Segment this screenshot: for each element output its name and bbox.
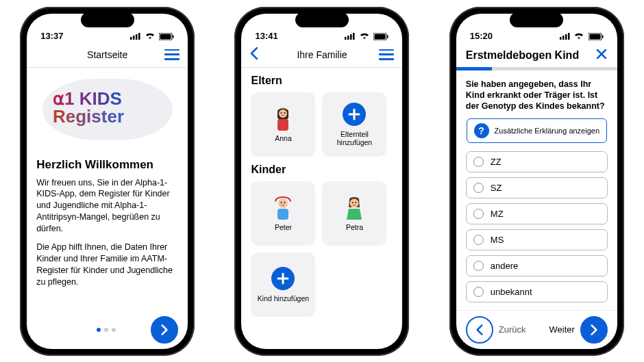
family-member-name: Petra xyxy=(346,223,363,231)
svg-rect-12 xyxy=(353,33,355,40)
status-indicators xyxy=(558,31,604,41)
avatar-boy-icon xyxy=(271,195,295,220)
svg-point-19 xyxy=(284,112,286,114)
nav-title: Ihre Familie xyxy=(297,49,347,60)
arrow-right-icon xyxy=(580,316,608,344)
welcome-paragraph-2: Die App hilft Ihnen, die Daten Ihrer Kin… xyxy=(36,242,178,288)
svg-rect-9 xyxy=(345,37,347,40)
option-label: andere xyxy=(491,261,518,271)
svg-rect-15 xyxy=(387,35,388,38)
svg-rect-3 xyxy=(138,33,140,40)
svg-rect-5 xyxy=(160,34,171,39)
add-parent-button[interactable]: Elternteil hinzufügen xyxy=(322,92,386,157)
back-button[interactable]: Zurück xyxy=(466,316,526,344)
radio-icon xyxy=(473,235,484,245)
radio-icon xyxy=(473,157,484,167)
add-parent-label: Elternteil hinzufügen xyxy=(322,130,386,146)
section-heading-parents: Eltern xyxy=(251,75,393,87)
parents-grid: Anna Elternteil hinzufügen xyxy=(251,92,393,157)
logo-line1: ⍺1 KIDS Register xyxy=(53,88,162,131)
genotype-option[interactable]: MZ xyxy=(466,203,608,224)
option-label: MS xyxy=(491,235,504,245)
plus-icon xyxy=(271,267,295,290)
radio-icon xyxy=(473,209,484,219)
svg-point-25 xyxy=(350,198,359,207)
menu-icon[interactable] xyxy=(379,49,394,60)
svg-rect-28 xyxy=(560,37,562,40)
svg-rect-30 xyxy=(565,34,567,40)
close-icon[interactable] xyxy=(595,48,608,63)
options-list: ZZSZMZMSandereunbekannt xyxy=(466,151,608,307)
svg-point-27 xyxy=(356,202,357,203)
question-mark-icon: ? xyxy=(474,123,489,138)
phone-erstmeldebogen: 15:20 Erstmeldebogen Kind Sie haben ange… xyxy=(449,7,624,356)
genotype-option[interactable]: MS xyxy=(466,229,608,250)
genotype-option[interactable]: ZZ xyxy=(466,151,608,172)
family-member-name: Anna xyxy=(275,134,292,142)
app-logo: ⍺1 KIDS Register xyxy=(36,79,178,140)
svg-rect-33 xyxy=(589,34,600,39)
family-member-card[interactable]: Petra xyxy=(322,181,386,246)
next-label: Weiter xyxy=(549,324,574,335)
section-heading-children: Kinder xyxy=(251,164,393,176)
genotype-option[interactable]: SZ xyxy=(466,177,608,198)
avatar-girl-icon xyxy=(342,195,367,220)
progress-fill xyxy=(456,67,492,70)
welcome-heading: Herzlich Willkommen xyxy=(36,158,178,172)
next-button[interactable]: Weiter xyxy=(549,316,607,344)
svg-point-17 xyxy=(279,109,287,118)
family-member-card[interactable]: Anna xyxy=(251,92,315,157)
family-member-card[interactable]: Peter xyxy=(251,181,315,246)
page-indicator xyxy=(61,328,151,332)
page-dot xyxy=(97,328,101,332)
svg-rect-10 xyxy=(347,36,349,40)
svg-text:Register: Register xyxy=(53,106,124,127)
add-child-label: Kind hinzufügen xyxy=(258,294,309,302)
svg-rect-34 xyxy=(602,35,604,38)
status-clock: 13:41 xyxy=(255,31,277,41)
option-label: ZZ xyxy=(491,157,501,167)
svg-rect-29 xyxy=(562,36,565,40)
dynamic-island xyxy=(295,12,349,27)
svg-rect-14 xyxy=(375,34,386,39)
dynamic-island xyxy=(510,12,563,27)
svg-point-21 xyxy=(278,198,288,208)
svg-point-26 xyxy=(352,202,354,203)
back-button[interactable] xyxy=(249,47,259,63)
hint-label: Zusätzliche Erklärung anzeigen xyxy=(495,127,599,135)
nav-bar: Startseite xyxy=(27,42,188,68)
welcome-paragraph-1: Wir freuen uns, Sie in der Alpha-1-KIDS-… xyxy=(36,177,178,235)
svg-rect-20 xyxy=(277,119,288,131)
radio-icon xyxy=(473,287,484,297)
dynamic-island xyxy=(81,12,134,27)
option-label: unbekannt xyxy=(491,287,532,297)
svg-rect-11 xyxy=(350,34,352,40)
svg-point-22 xyxy=(281,202,282,203)
radio-icon xyxy=(473,183,484,193)
option-label: MZ xyxy=(491,209,504,219)
page-dot xyxy=(104,328,108,332)
family-member-name: Peter xyxy=(275,223,292,231)
svg-rect-31 xyxy=(568,33,570,40)
svg-rect-24 xyxy=(277,209,288,220)
status-indicators xyxy=(343,31,388,41)
nav-title: Startseite xyxy=(87,49,127,60)
svg-rect-1 xyxy=(133,36,135,40)
phone-startseite: 13:37 Startseite xyxy=(20,7,195,356)
radio-icon xyxy=(473,261,484,271)
page-dot xyxy=(112,328,116,332)
back-label: Zurück xyxy=(499,324,526,335)
menu-icon[interactable] xyxy=(164,49,179,60)
svg-point-18 xyxy=(281,112,282,114)
hint-button[interactable]: ? Zusätzliche Erklärung anzeigen xyxy=(467,118,607,143)
status-clock: 13:37 xyxy=(40,31,63,41)
plus-icon xyxy=(343,103,366,126)
option-label: SZ xyxy=(491,183,502,193)
next-button[interactable] xyxy=(151,316,178,344)
arrow-left-icon xyxy=(466,316,493,344)
form-title: Erstmeldebogen Kind xyxy=(466,49,579,62)
genotype-option[interactable]: andere xyxy=(466,255,608,276)
status-clock: 15:20 xyxy=(470,31,493,41)
genotype-option[interactable]: unbekannt xyxy=(466,281,608,302)
add-child-button[interactable]: Kind hinzufügen xyxy=(251,253,315,317)
